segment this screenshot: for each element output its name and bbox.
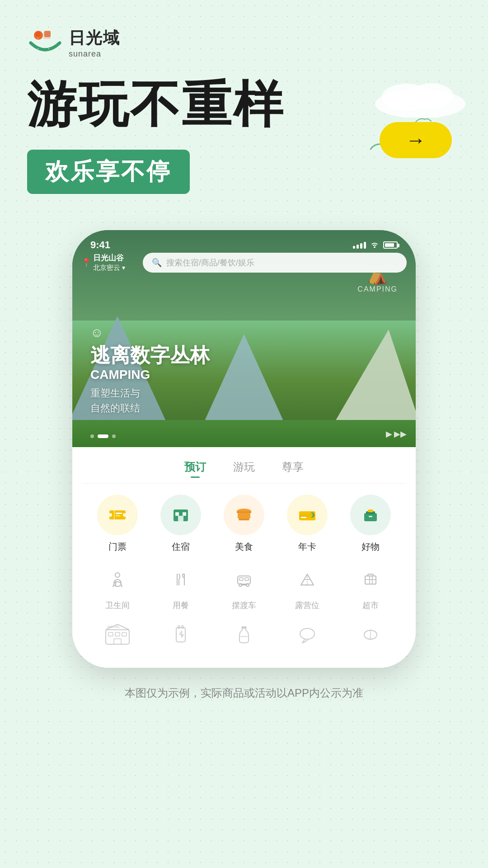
slider-dot [90,434,94,438]
svg-point-31 [114,582,121,586]
svg-rect-3 [44,31,51,37]
category-goods[interactable]: 好物 [343,495,398,553]
category-market[interactable]: 超市 [343,564,398,611]
tab-exclusive[interactable]: 尊享 [282,458,304,476]
svg-rect-28 [368,509,373,512]
category-bottle[interactable] [217,619,271,651]
banner-desc1: 重塑生活与 [90,386,210,401]
svg-rect-41 [115,632,120,636]
svg-point-30 [115,573,120,577]
slider-dot [112,434,116,438]
svg-rect-38 [368,574,373,576]
dining-icon [165,564,197,595]
shuttle-label: 摆渡车 [232,600,256,611]
category-row-1: 门票 住宿 [81,484,407,557]
hotel-icon [171,505,191,525]
tent-decoration-center [199,334,289,434]
search-bar[interactable]: 🔍 搜索住宿/商品/餐饮/娱乐 [143,253,407,273]
dining-label: 用餐 [173,600,189,611]
arrow-icon: → [406,129,426,151]
restroom-label: 卫生间 [105,600,130,611]
category-shuttle[interactable]: 摆渡车 [217,564,271,611]
status-icons [353,241,398,250]
hero-subtitle: 欢乐享不停 [27,150,190,194]
market-icon [355,564,386,595]
tab-play[interactable]: 游玩 [233,458,255,476]
category-annual-card[interactable]: 年卡 [280,495,334,553]
svg-rect-14 [175,512,179,516]
top-bar: 📍 日光山谷 北京密云 ▾ 🔍 搜索住宿/商品/餐饮/娱乐 [72,253,416,273]
svg-rect-19 [238,513,250,519]
svg-rect-37 [365,576,376,584]
category-row-3: HOTEL [81,614,407,654]
slider-dot-active [98,434,108,438]
slider-arrows[interactable]: ▶ ▶▶ [386,429,407,439]
svg-rect-42 [122,632,127,636]
svg-rect-43 [114,639,121,644]
svg-rect-40 [108,632,113,636]
wifi-icon [370,241,380,250]
category-hotel-row3[interactable]: HOTEL [90,619,145,651]
logo-text: 日光域 sunarea [69,27,120,59]
category-food[interactable]: 美食 [217,495,271,553]
category-hotel[interactable]: 住宿 [154,495,208,553]
svg-rect-33 [239,578,243,580]
bottle-icon [228,619,260,651]
logo-name-english: sunarea [69,49,120,59]
banner-logo-icon: ☺ [90,326,210,340]
svg-point-35 [239,584,242,586]
disclaimer-text: 本图仅为示例，实际商品或活动以APP内公示为准 [125,687,363,699]
forward-icon: ▶▶ [394,429,407,439]
svg-rect-12 [116,515,120,516]
svg-point-36 [246,584,249,586]
banner-desc2: 自然的联结 [90,401,210,415]
cloud-decoration [371,72,470,119]
svg-rect-16 [178,516,183,521]
svg-rect-29 [369,516,372,517]
grass-floor [72,420,416,447]
arrow-badge[interactable]: → [380,122,452,158]
logo: 日光域 sunarea [27,27,120,59]
svg-rect-11 [116,513,122,514]
footer-disclaimer: 本图仅为示例，实际商品或活动以APP内公示为准 [0,668,488,727]
location-pin-icon: 📍 [81,258,91,268]
campsite-label: 露营位 [295,600,319,611]
svg-point-2 [35,32,41,37]
market-label: 超市 [362,600,379,611]
annual-card-icon [297,505,317,525]
category-chat[interactable] [280,619,334,651]
location-sub: 北京密云 [93,263,120,272]
annual-card-label: 年卡 [298,541,316,553]
chat-icon [291,619,323,651]
phone-mockup: 9:41 [72,230,416,668]
svg-rect-23 [301,517,306,518]
food-icon-circle [224,495,264,535]
svg-rect-20 [239,519,249,520]
banner-subtitle: CAMPING [90,368,210,382]
goods-icon-circle [350,495,391,535]
signal-icon [353,242,366,249]
svg-rect-39 [106,630,129,644]
category-dining[interactable]: 用餐 [154,564,208,611]
svg-rect-8 [114,510,115,519]
tab-bar: 预订 游玩 尊享 [81,447,407,484]
ticket-icon [108,505,127,525]
category-restroom[interactable]: 卫生间 [90,564,145,611]
phone-bottom-section: 预订 游玩 尊享 [72,447,416,668]
location-button[interactable]: 📍 日光山谷 北京密云 ▾ [81,253,136,272]
svg-rect-15 [183,512,186,516]
svg-text:HOTEL: HOTEL [108,625,120,629]
restroom-icon [102,564,133,595]
status-time: 9:41 [90,239,110,251]
search-placeholder: 搜索住宿/商品/餐饮/娱乐 [166,257,254,268]
category-ticket[interactable]: 门票 [90,495,145,553]
chevron-down-icon: ▾ [122,264,125,272]
category-row-2: 卫生间 用餐 [81,557,407,614]
header: 日光域 sunarea [0,0,488,68]
category-capsule[interactable] [343,619,398,651]
tab-booking[interactable]: 预订 [184,458,206,476]
category-charging[interactable] [154,619,208,651]
category-campsite[interactable]: 露营位 [280,564,334,611]
location-name: 日光山谷 [93,253,125,263]
annual-card-icon-circle [287,495,328,535]
